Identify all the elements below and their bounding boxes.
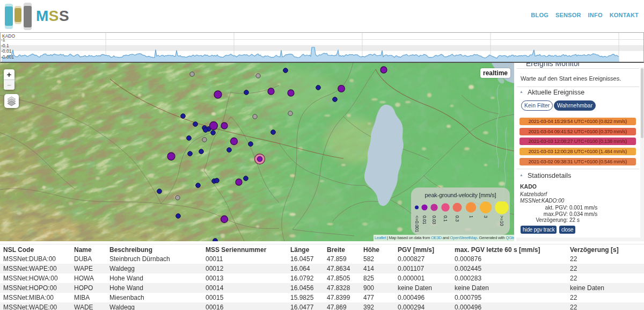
svg-text:>=10: >=10 (499, 215, 504, 226)
svg-text:0.1: 0.1 (443, 215, 448, 222)
svg-text:-0.001: -0.001 (1, 54, 14, 60)
svg-text:-0.1: -0.1 (1, 43, 9, 48)
svg-text:1: 1 (469, 215, 474, 218)
svg-text:<=0.001: <=0.001 (414, 215, 420, 232)
svg-text:-0.01: -0.01 (1, 48, 12, 54)
svg-text:-1: -1 (1, 37, 5, 42)
svg-text:0.03: 0.03 (431, 215, 437, 225)
svg-text:0.01: 0.01 (422, 215, 427, 225)
svg-text:3: 3 (483, 215, 488, 218)
svg-text:0.3: 0.3 (455, 215, 460, 222)
